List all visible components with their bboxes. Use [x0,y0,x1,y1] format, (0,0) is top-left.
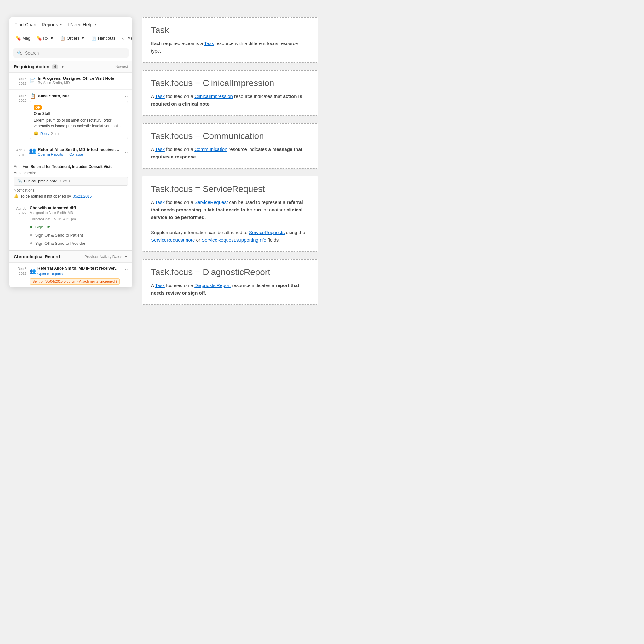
communication-link[interactable]: Communication [194,147,227,152]
attachments-label: Attachments: [14,171,128,175]
referral-header: Apr 30 2016 👥 Referral Alice Smith, MD ▶… [9,144,132,161]
notifications-label: Notifications: [14,188,128,193]
referral-links: Open in Reports | Collapse [38,152,121,158]
sign-off-label: Sign Off [35,225,50,229]
reply-time: 2 min [51,131,60,136]
message-doc-icon: 📋 [30,93,36,99]
orders-icon: 📋 [60,36,65,41]
handouts-label: Handouts [98,36,116,41]
sign-off-send-provider-button[interactable]: ● Sign Off & Send to Provider [30,240,128,247]
referral-people-icon: 👥 [29,147,36,154]
date-col: Dec 6 2022 [14,76,26,86]
message-card: OF One Staff Lorem ipsum dolor sit amet … [30,101,128,139]
task-diagnostic-title: Task.focus = DiagnosticReport [151,267,309,277]
handouts-nav-item[interactable]: 📄 Handouts [89,34,118,42]
reply-button[interactable]: Reply [40,132,49,135]
i-need-help-nav[interactable]: I Need Help ▼ [67,22,97,27]
top-nav: Find Chart Reports ▼ I Need Help ▼ [9,17,132,32]
rx-nav-item[interactable]: 💊 Rx ▼ [34,34,56,42]
find-chart-nav[interactable]: Find Chart [14,22,37,27]
i-need-help-label: I Need Help [67,22,92,27]
lab-item-body: Cbc with automated diff Assigned to Alic… [30,205,128,247]
mag-icon: 💊 [16,36,21,41]
rx-chevron-icon: ▼ [50,36,54,41]
referral-ellipsis-icon[interactable]: ··· [123,149,128,156]
referral-detail: Auth For: Referral for Treatment, Includ… [9,164,132,202]
chrono-ellipsis-icon[interactable]: ··· [123,266,128,273]
task-diagnostic-link[interactable]: Task [155,283,165,288]
task-description: Each required action is a Task resource … [151,40,309,55]
sign-off-patient-dot-icon: ● [30,232,33,238]
search-input[interactable] [25,50,125,55]
task-communication-description: A Task focused on a Communication resour… [151,146,309,161]
sign-off-send-patient-label: Sign Off & Send to Patient [35,233,83,238]
list-item: Dec 8 2022 👥 Referral Alice Smith, MD ▶ … [9,263,132,287]
requiring-action-title: Requiring Action 4 ▼ [14,64,65,69]
requiring-action-header: Requiring Action 4 ▼ Newest [9,61,132,73]
task-link[interactable]: Task [204,41,214,46]
collapse-link[interactable]: Collapse [69,152,83,158]
meds-hx-icon: 🛡 [122,36,126,41]
clinical-impression-link[interactable]: ClinicalImpression [194,94,233,99]
message-from-badge: OF [34,105,42,110]
task-communication-link[interactable]: Task [155,147,165,152]
requiring-action-count: 4 [52,64,58,69]
service-requests-link[interactable]: ServiceRequests [249,230,285,235]
doc-panel: Task Each required action is a Task reso… [142,17,318,312]
chrono-header: Chronological Record Provider Activity D… [9,251,132,263]
service-request-note-link[interactable]: ServiceRequest.note [151,237,195,243]
sign-off-provider-dot-icon: ● [30,240,33,246]
message-ellipsis-icon[interactable]: ··· [123,93,128,100]
task-clinical-section: Task.focus = ClinicalImpression A Task f… [142,70,318,116]
date-col: Apr 30 2016 [14,148,26,158]
lab-assigned: Assigned to Alice Smith, MD [30,211,77,215]
file-name: Clinical_profile.pptx [24,179,57,183]
search-input-wrap: 🔍 [13,48,129,58]
task-clinical-title: Task.focus = ClinicalImpression [151,78,309,88]
lab-ellipsis-icon[interactable]: ··· [123,205,128,212]
task-service-section: Task.focus = ServiceRequest A Task focus… [142,176,318,252]
chrono-arrow-icon: ▶ [86,266,89,271]
chrono-receiver: test receiver… [91,266,119,271]
list-item: Dec 6 2022 📄 In Progress: Unsigned Offic… [9,73,132,90]
service-request-supporting-info-link[interactable]: ServiceRequest.supportingInfo [202,237,266,243]
chrono-open-in-reports-link[interactable]: Open in Reports [37,272,63,276]
attachment-file: 📎 Clinical_profile.pptx 1.2MB [14,177,128,186]
referral-doctor: Referral Alice Smith, MD [38,147,85,152]
date-col: Apr 30 2022 [14,205,26,247]
find-chart-label: Find Chart [14,22,37,27]
reports-chevron-icon: ▼ [60,23,63,26]
sign-off-dot-icon: ● [30,224,33,230]
task-service-link[interactable]: Task [155,199,165,205]
meds-hx-nav-item[interactable]: 🛡 Meds Hx [119,34,132,42]
open-in-reports-link[interactable]: Open in Reports [38,152,63,158]
filter-chevron-icon[interactable]: ▼ [61,65,65,69]
task-section-title: Task [151,25,309,35]
sign-off-send-patient-button[interactable]: ● Sign Off & Send to Patient [30,232,128,239]
notification-date: 05/21/2016 [73,194,92,198]
handouts-icon: 📄 [91,36,96,41]
diagnostic-report-link[interactable]: DiagnosticReport [194,283,231,288]
chronological-section: Chronological Record Provider Activity D… [9,250,132,287]
notification-item: 🔔 To be notified if not opened by 05/21/… [14,194,128,198]
file-size: 1.2MB [60,179,70,183]
message-doctor: Alice Smith, MD [38,94,69,98]
chrono-status-pill: Sent on 30/04/2015 5:58 pm ( Attachments… [30,278,120,285]
task-clinical-description: A Task focused on a ClinicalImpression r… [151,93,309,108]
chrono-chevron-icon[interactable]: ▼ [124,255,128,259]
reports-nav[interactable]: Reports ▼ [42,22,62,27]
service-request-link[interactable]: ServiceRequest [194,199,228,205]
requiring-action-sort: Newest [115,65,128,69]
meds-hx-label: Meds Hx [127,36,132,41]
note-doc-icon: 📄 [30,78,36,83]
orders-nav-item[interactable]: 📋 Orders ▼ [58,34,88,42]
search-bar: 🔍 [9,45,132,61]
chrono-title: Chronological Record [14,254,60,259]
sign-off-button[interactable]: ● Sign Off [30,223,128,230]
date-col: Dec 8 2022 [14,93,26,141]
mag-nav-item[interactable]: 💊 Mag [13,34,33,42]
rx-icon: 💊 [37,36,42,41]
task-diagnostic-description: A Task focused on a DiagnosticReport res… [151,282,309,297]
paperclip-icon: 📎 [17,179,22,183]
task-clinical-link[interactable]: Task [155,94,165,99]
